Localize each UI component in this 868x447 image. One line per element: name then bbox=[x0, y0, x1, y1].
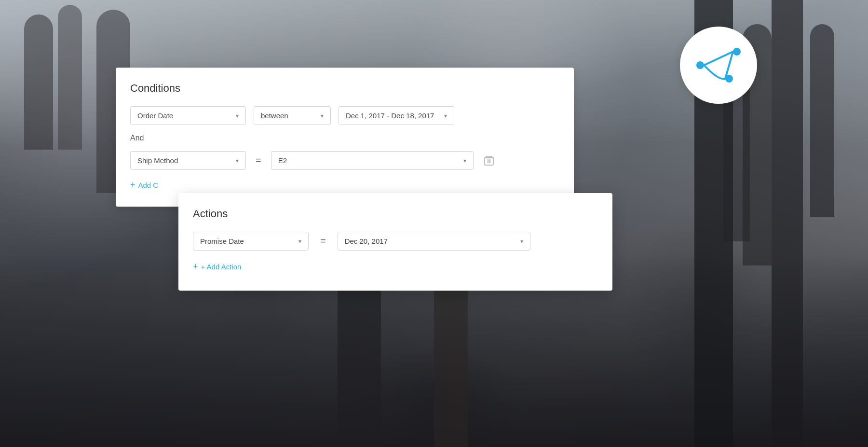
between-chevron: ▾ bbox=[321, 112, 324, 119]
promise-date-label: Promise Date bbox=[200, 237, 244, 245]
add-action-button[interactable]: + + Add Action bbox=[193, 262, 241, 271]
between-label: between bbox=[261, 112, 288, 120]
add-action-label: + Add Action bbox=[201, 263, 242, 271]
order-date-label: Order Date bbox=[137, 112, 173, 120]
dec-date-select[interactable]: Dec 20, 2017 ▾ bbox=[338, 232, 530, 251]
actions-title: Actions bbox=[193, 208, 598, 220]
promise-date-equals: = bbox=[318, 236, 328, 247]
actions-card: Actions Promise Date ▾ = Dec 20, 2017 ▾ … bbox=[178, 193, 612, 291]
svg-line-3 bbox=[704, 52, 733, 65]
delete-condition-button[interactable] bbox=[481, 152, 497, 169]
order-date-chevron: ▾ bbox=[236, 112, 239, 119]
add-condition-button[interactable]: + Add C bbox=[130, 181, 158, 189]
svg-point-1 bbox=[733, 48, 741, 56]
add-action-plus: + bbox=[193, 262, 198, 271]
svg-point-0 bbox=[696, 61, 704, 69]
date-range-chevron: ▾ bbox=[444, 112, 447, 119]
conditions-title: Conditions bbox=[130, 82, 559, 95]
condition-row-1: Order Date ▾ between ▾ Dec 1, 2017 - Dec… bbox=[130, 106, 559, 125]
promise-date-chevron: ▾ bbox=[298, 238, 301, 245]
logo-circle bbox=[680, 27, 757, 104]
condition-row-2: Ship Method ▾ = E2 ▾ bbox=[130, 151, 559, 170]
conditions-card: Conditions Order Date ▾ between ▾ Dec 1,… bbox=[116, 68, 574, 207]
add-condition-label: Add C bbox=[138, 181, 159, 189]
ship-method-equals: = bbox=[254, 155, 263, 166]
ship-method-chevron: ▾ bbox=[236, 157, 239, 164]
add-condition-plus: + bbox=[130, 181, 136, 189]
date-range-select[interactable]: Dec 1, 2017 - Dec 18, 2017 ▾ bbox=[339, 106, 454, 125]
e2-select[interactable]: E2 ▾ bbox=[271, 151, 474, 170]
svg-rect-6 bbox=[488, 159, 488, 163]
e2-chevron: ▾ bbox=[463, 157, 466, 164]
action-row-1: Promise Date ▾ = Dec 20, 2017 ▾ bbox=[193, 232, 598, 251]
ship-method-label: Ship Method bbox=[137, 156, 178, 165]
order-date-select[interactable]: Order Date ▾ bbox=[130, 106, 246, 125]
promise-date-select[interactable]: Promise Date ▾ bbox=[193, 232, 309, 251]
logo-icon bbox=[694, 46, 743, 84]
and-label: And bbox=[130, 134, 559, 142]
svg-rect-7 bbox=[489, 159, 490, 163]
ship-method-select[interactable]: Ship Method ▾ bbox=[130, 151, 246, 170]
date-range-label: Dec 1, 2017 - Dec 18, 2017 bbox=[346, 112, 434, 120]
between-select[interactable]: between ▾ bbox=[254, 106, 331, 125]
dec-date-label: Dec 20, 2017 bbox=[345, 237, 388, 245]
e2-label: E2 bbox=[278, 156, 287, 165]
svg-rect-5 bbox=[485, 158, 493, 165]
dec-date-chevron: ▾ bbox=[520, 238, 523, 245]
trash-icon bbox=[484, 155, 494, 166]
